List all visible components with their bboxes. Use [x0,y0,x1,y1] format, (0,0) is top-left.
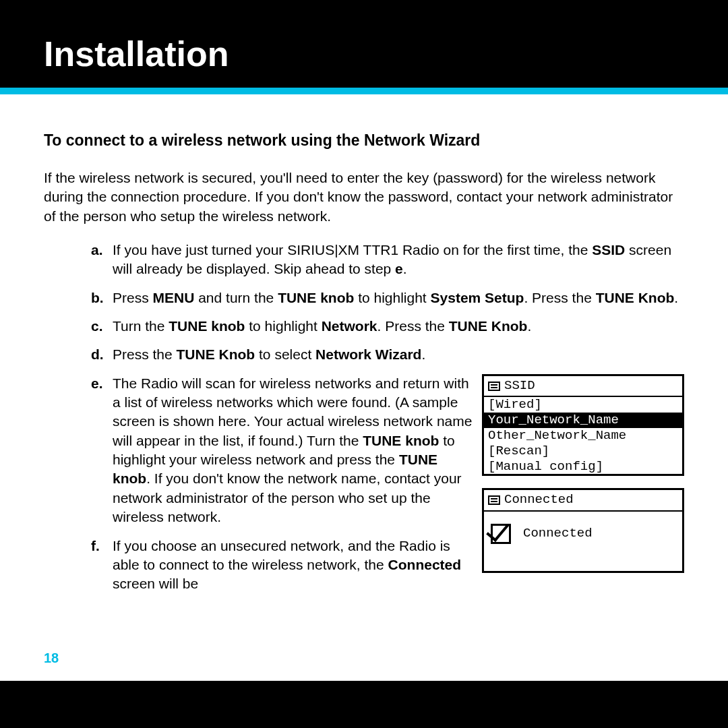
step-text: The Radio will scan for wireless network… [113,374,475,594]
section-subhead: To connect to a wireless network using t… [44,131,684,150]
screen-title-bar: SSID [484,376,682,398]
accent-bar [0,88,728,94]
screen-body: Connected [484,512,682,571]
step-e: e. The Radio will scan for wireless netw… [91,374,684,594]
step-marker: f. [91,537,100,555]
screen-row: [Manual config] [484,459,682,475]
step-marker: c. [91,317,103,336]
intro-paragraph: If the wireless network is secured, you'… [44,169,684,226]
step-marker: d. [91,345,104,364]
step-marker: b. [91,289,104,307]
connected-screen: Connected Connected [482,488,684,573]
step-a: a. If you have just turned your SIRIUS|X… [91,241,684,279]
screen-body: [Wired] Your_Network_Name Other_Network_… [484,397,682,474]
screen-title-text: Connected [504,491,574,509]
device-screens: SSID [Wired] Your_Network_Name Other_Net… [482,374,684,594]
step-f-inline: f. If you choose an unsecured network, a… [91,537,475,594]
page-title: Installation [44,34,728,74]
step-c: c. Turn the TUNE knob to highlight Netwo… [91,317,684,336]
step-marker: e. [91,374,103,393]
steps-list: a. If you have just turned your SIRIUS|X… [44,241,684,594]
page-number: 18 [44,650,59,666]
step-b: b. Press MENU and turn the TUNE knob to … [91,289,684,307]
step-d: d. Press the TUNE Knob to select Network… [91,345,684,364]
page-content: To connect to a wireless network using t… [0,94,728,681]
screen-row: [Rescan] [484,444,682,459]
step-text: Turn the TUNE knob to highlight Network.… [113,318,531,334]
step-marker: a. [91,241,103,260]
step-text: If you have just turned your SIRIUS|XM T… [113,242,671,276]
list-icon [488,495,500,505]
page-header: Installation [0,0,728,88]
screen-title-text: SSID [504,377,535,395]
screen-row: [Wired] [484,397,682,413]
step-text: Press the TUNE Knob to select Network Wi… [113,346,425,362]
checkmark-icon [491,524,511,544]
screen-row-selected: Your_Network_Name [484,413,682,428]
step-text: Press MENU and turn the TUNE knob to hig… [113,290,678,305]
ssid-screen: SSID [Wired] Your_Network_Name Other_Net… [482,374,684,477]
screen-row: Other_Network_Name [484,428,682,444]
list-icon [488,382,500,391]
connected-label: Connected [523,525,593,543]
screen-title-bar: Connected [484,490,682,512]
